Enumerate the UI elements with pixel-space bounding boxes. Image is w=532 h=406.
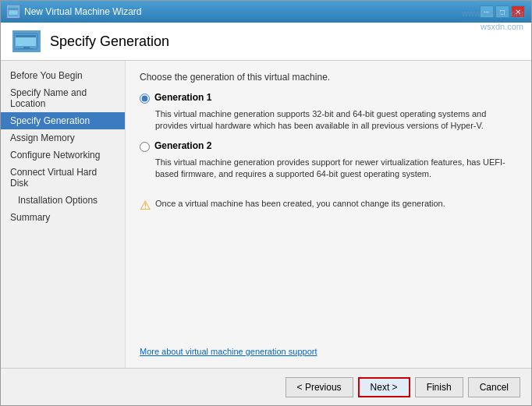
warning-text: Once a virtual machine has been created,… — [155, 198, 445, 210]
sidebar-item-hard-disk[interactable]: Connect Virtual Hard Disk — [1, 164, 125, 192]
wizard-window: www.wintips.org wsxdn.com New Virtual Ma… — [0, 0, 532, 406]
svg-rect-1 — [9, 9, 18, 11]
window-title: New Virtual Machine Wizard — [24, 6, 142, 17]
gen2-description: This virtual machine generation provides… — [155, 157, 517, 181]
warning-box: ⚠ Once a virtual machine has been create… — [140, 198, 517, 213]
minimize-button[interactable]: ─ — [480, 5, 494, 18]
content-area: Choose the generation of this virtual ma… — [126, 61, 531, 368]
gen2-label: Generation 2 — [154, 140, 211, 151]
window-icon — [7, 5, 20, 18]
page-title: Specify Generation — [50, 34, 169, 50]
svg-rect-5 — [23, 47, 30, 48]
close-button[interactable]: ✕ — [511, 5, 525, 18]
content-description: Choose the generation of this virtual ma… — [140, 72, 517, 83]
gen1-radio[interactable] — [140, 94, 150, 104]
gen1-description: This virtual machine generation supports… — [155, 108, 517, 132]
sidebar-item-before-you-begin[interactable]: Before You Begin — [1, 67, 125, 84]
warning-icon: ⚠ — [140, 198, 151, 213]
cancel-button[interactable]: Cancel — [468, 377, 520, 397]
maximize-button[interactable]: □ — [495, 5, 509, 18]
window-controls: ─ □ ✕ — [480, 5, 525, 18]
sidebar: Before You Begin Specify Name and Locati… — [1, 61, 126, 368]
gen1-label: Generation 1 — [154, 92, 211, 103]
page-header: Specify Generation — [1, 23, 531, 61]
sidebar-item-name-location[interactable]: Specify Name and Location — [1, 84, 125, 112]
main-content: Before You Begin Specify Name and Locati… — [1, 61, 531, 368]
gen1-option[interactable]: Generation 1 — [140, 92, 517, 104]
gen2-radio[interactable] — [140, 142, 150, 152]
svg-rect-4 — [16, 35, 36, 37]
finish-button[interactable]: Finish — [415, 377, 463, 397]
header-icon — [12, 30, 41, 52]
svg-rect-6 — [20, 48, 33, 49]
next-button[interactable]: Next > — [358, 377, 410, 397]
link-area: More about virtual machine generation su… — [140, 221, 517, 357]
sidebar-item-networking[interactable]: Configure Networking — [1, 147, 125, 164]
sidebar-item-assign-memory[interactable]: Assign Memory — [1, 129, 125, 147]
gen2-option[interactable]: Generation 2 — [140, 140, 517, 152]
more-link[interactable]: More about virtual machine generation su… — [140, 347, 317, 356]
title-bar: New Virtual Machine Wizard ─ □ ✕ — [1, 1, 531, 23]
sidebar-item-installation-options[interactable]: Installation Options — [1, 192, 125, 209]
sidebar-item-specify-generation[interactable]: Specify Generation — [1, 112, 125, 129]
previous-button[interactable]: < Previous — [286, 377, 353, 397]
footer: < Previous Next > Finish Cancel — [1, 368, 531, 405]
sidebar-item-summary[interactable]: Summary — [1, 209, 125, 226]
